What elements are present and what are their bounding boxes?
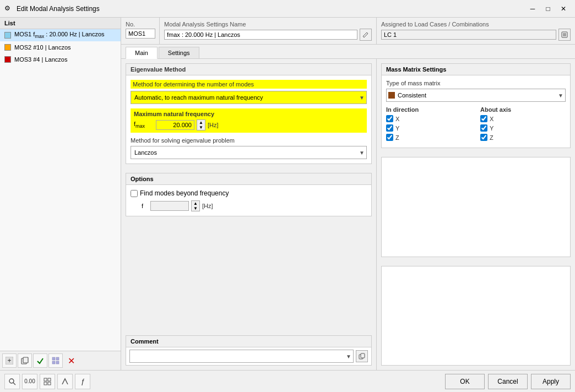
no-input[interactable] bbox=[126, 29, 155, 39]
name-input[interactable] bbox=[164, 30, 357, 40]
find-modes-checkbox[interactable] bbox=[131, 190, 138, 197]
f-spinner: ▲ ▼ bbox=[191, 200, 200, 211]
svg-rect-6 bbox=[52, 361, 55, 364]
comment-dropdown-container: ▼ bbox=[129, 350, 354, 363]
list-toolbar: + ✕ bbox=[0, 351, 121, 370]
zero-display-button[interactable]: 0.00 bbox=[22, 374, 37, 389]
title-bar: ⚙ Edit Modal Analysis Settings ─ □ ✕ bbox=[0, 0, 575, 18]
list-item[interactable]: MOS1 fmax : 20.000 Hz | Lanczos bbox=[0, 29, 121, 41]
mass-matrix-section: Mass Matrix Settings Type of mass matrix… bbox=[381, 63, 571, 148]
axis-x-checkbox[interactable] bbox=[480, 115, 487, 122]
maximize-button[interactable]: □ bbox=[541, 3, 555, 14]
svg-rect-18 bbox=[48, 378, 51, 381]
direction-z-checkbox[interactable] bbox=[386, 134, 393, 141]
fmax-label: fmax bbox=[134, 121, 154, 129]
right-lower-panel-bottom bbox=[381, 266, 571, 366]
find-modes-row: Find modes beyond frequency bbox=[131, 189, 367, 197]
freq-row: fmax ▲ ▼ [Hz] bbox=[134, 119, 364, 130]
comment-header: Comment bbox=[126, 336, 371, 347]
minimize-button[interactable]: ─ bbox=[525, 3, 540, 14]
list-item-label: MOS2 #10 | Lanczos bbox=[14, 44, 71, 51]
direction-z-row: Z bbox=[386, 134, 471, 141]
consistent-color-indicator bbox=[388, 92, 395, 99]
options-header: Options bbox=[126, 173, 371, 185]
svg-rect-5 bbox=[56, 357, 59, 360]
grid-view-button[interactable] bbox=[40, 374, 55, 389]
close-button[interactable]: ✕ bbox=[556, 3, 571, 14]
mass-type-dropdown[interactable]: Consistent bbox=[386, 89, 566, 102]
comment-dropdown[interactable] bbox=[129, 350, 354, 363]
direction-grid: In direction X Y bbox=[386, 106, 566, 143]
solve-dropdown[interactable]: Lanczos bbox=[131, 146, 367, 159]
eigenvalue-body: Method for determining the number of mod… bbox=[126, 75, 371, 164]
direction-x-row: X bbox=[386, 115, 471, 122]
method-dropdown-container: Automatic, to reach maximum natural freq… bbox=[131, 91, 367, 104]
function-button[interactable]: ƒ bbox=[75, 374, 90, 389]
check-button[interactable] bbox=[33, 353, 47, 368]
svg-rect-14 bbox=[361, 353, 365, 358]
about-axis-col: About axis X Y bbox=[480, 106, 566, 143]
name-row bbox=[164, 29, 372, 41]
axis-y-checkbox[interactable] bbox=[480, 124, 487, 132]
item-color-indicator bbox=[4, 32, 11, 39]
about-axis-header: About axis bbox=[480, 106, 566, 113]
lc-section: Assigned to Load Cases / Combinations bbox=[377, 18, 575, 44]
apply-button[interactable]: Apply bbox=[531, 374, 571, 389]
right-area: No. Modal Analysis Settings Name Assigne… bbox=[121, 18, 575, 370]
direction-y-checkbox[interactable] bbox=[386, 124, 393, 132]
delete-button[interactable]: ✕ bbox=[64, 353, 78, 368]
tab-main[interactable]: Main bbox=[126, 47, 158, 59]
ok-button[interactable]: OK bbox=[445, 374, 485, 389]
name-label: Modal Analysis Settings Name bbox=[164, 21, 372, 28]
fmax-spinner: ▲ ▼ bbox=[197, 119, 205, 130]
left-main-panel: Eigenvalue Method Method for determining… bbox=[121, 59, 377, 370]
f-input[interactable] bbox=[150, 201, 189, 211]
direction-x-checkbox[interactable] bbox=[386, 115, 393, 122]
arrow-button[interactable] bbox=[57, 374, 73, 389]
in-direction-header: In direction bbox=[386, 106, 471, 113]
list-items: MOS1 fmax : 20.000 Hz | Lanczos MOS2 #10… bbox=[0, 29, 121, 351]
list-item[interactable]: MOS3 #4 | Lanczos bbox=[0, 53, 121, 66]
tab-settings[interactable]: Settings bbox=[159, 47, 199, 58]
bottom-bar: 0.00 ƒ OK Cancel Apply bbox=[0, 370, 575, 392]
comment-copy-button[interactable] bbox=[356, 350, 368, 362]
lc-edit-button[interactable] bbox=[558, 29, 571, 41]
fmax-input[interactable] bbox=[156, 120, 194, 130]
no-section: No. bbox=[121, 18, 160, 44]
svg-text:+: + bbox=[7, 357, 11, 364]
name-section: Modal Analysis Settings Name bbox=[160, 18, 377, 44]
add-button[interactable]: + bbox=[2, 353, 17, 368]
method-dropdown[interactable]: Automatic, to reach maximum natural freq… bbox=[131, 91, 367, 104]
cancel-button[interactable]: Cancel bbox=[488, 374, 528, 389]
axis-y-row: Y bbox=[480, 124, 566, 132]
fmax-unit: [Hz] bbox=[208, 122, 219, 128]
axis-z-checkbox[interactable] bbox=[480, 134, 487, 141]
svg-line-8 bbox=[367, 32, 368, 34]
direction-y-row: Y bbox=[386, 124, 471, 132]
axis-x-label: X bbox=[490, 116, 493, 122]
search-button[interactable] bbox=[4, 374, 20, 389]
comment-body: ▼ bbox=[126, 347, 371, 365]
max-freq-label: Maximum natural frequency bbox=[134, 111, 364, 117]
right-main-panel: Mass Matrix Settings Type of mass matrix… bbox=[377, 59, 575, 370]
copy-button[interactable] bbox=[18, 353, 32, 368]
f-increment-button[interactable]: ▲ bbox=[192, 201, 199, 206]
lc-label: Assigned to Load Cases / Combinations bbox=[381, 21, 571, 28]
item-color-indicator bbox=[4, 44, 11, 51]
fmax-increment-button[interactable]: ▲ bbox=[197, 120, 205, 125]
name-edit-button[interactable] bbox=[360, 29, 372, 41]
svg-rect-20 bbox=[48, 382, 51, 385]
list-item-label: MOS3 #4 | Lanczos bbox=[14, 56, 67, 63]
axis-z-row: Z bbox=[480, 134, 566, 141]
solve-dropdown-container: Lanczos ▼ bbox=[131, 146, 367, 159]
fmax-decrement-button[interactable]: ▼ bbox=[197, 125, 205, 130]
grid-button[interactable] bbox=[48, 353, 63, 368]
mass-type-label: Type of mass matrix bbox=[386, 80, 566, 86]
solve-label: Method for solving eigenvalue problem bbox=[131, 137, 367, 144]
lc-input[interactable] bbox=[381, 30, 556, 40]
f-decrement-button[interactable]: ▼ bbox=[192, 206, 199, 211]
in-direction-col: In direction X Y bbox=[386, 106, 471, 143]
list-item[interactable]: MOS2 #10 | Lanczos bbox=[0, 41, 121, 53]
svg-rect-7 bbox=[56, 361, 59, 364]
mass-matrix-body: Type of mass matrix Consistent ▼ In dire… bbox=[382, 75, 570, 148]
